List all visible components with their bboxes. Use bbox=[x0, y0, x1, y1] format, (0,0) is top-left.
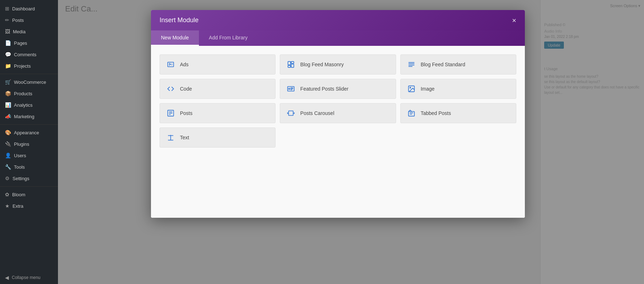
svg-rect-3 bbox=[291, 62, 294, 64]
svg-rect-2 bbox=[288, 62, 291, 65]
sidebar-item-plugins[interactable]: 🔌 Plugins bbox=[0, 138, 58, 150]
posts-icon: ✏ bbox=[5, 17, 9, 23]
module-item-text[interactable]: Text bbox=[160, 127, 275, 148]
posts-carousel-label: Posts Carousel bbox=[300, 110, 334, 116]
products-icon: 📦 bbox=[5, 91, 11, 96]
sidebar-divider-3 bbox=[0, 186, 58, 187]
sidebar-item-users[interactable]: 👤 Users bbox=[0, 150, 58, 161]
text-icon bbox=[166, 134, 175, 141]
module-item-blog-feed-masonry[interactable]: Blog Feed Masonry bbox=[280, 54, 396, 74]
sidebar-collapse[interactable]: ◀ Collapse menu bbox=[0, 271, 58, 284]
main-content: Edit Ca... Screen Options ▾ Published © … bbox=[58, 0, 644, 284]
sidebar-item-projects[interactable]: 📁 Projects bbox=[0, 60, 58, 72]
appearance-icon: 🎨 bbox=[5, 130, 11, 135]
tab-add-from-library[interactable]: Add From Library bbox=[199, 30, 258, 46]
module-item-tabbed-posts[interactable]: Tabbed Posts bbox=[400, 103, 516, 123]
tab-new-module[interactable]: New Module bbox=[151, 30, 199, 46]
comments-icon: 💬 bbox=[5, 52, 11, 57]
featured-posts-slider-icon bbox=[287, 85, 295, 93]
module-item-image[interactable]: Image bbox=[400, 79, 516, 99]
bloom-icon: ✿ bbox=[5, 192, 9, 197]
tools-icon: 🔧 bbox=[5, 164, 11, 170]
image-label: Image bbox=[421, 86, 435, 92]
posts-carousel-icon bbox=[287, 109, 295, 117]
modal-title: Insert Module bbox=[160, 16, 199, 24]
text-label: Text bbox=[180, 135, 189, 140]
sidebar-item-comments[interactable]: 💬 Comments bbox=[0, 49, 58, 60]
blog-feed-masonry-label: Blog Feed Masonry bbox=[300, 62, 343, 67]
sidebar-item-products[interactable]: 📦 Products bbox=[0, 88, 58, 99]
pages-icon: 📄 bbox=[5, 40, 11, 46]
modal-close-button[interactable]: × bbox=[512, 17, 516, 24]
module-grid: Ads Blog Feed Masonry bbox=[160, 54, 516, 148]
sidebar-item-analytics[interactable]: 📊 Analytics bbox=[0, 99, 58, 111]
ads-icon bbox=[166, 61, 175, 68]
tabbed-posts-label: Tabbed Posts bbox=[421, 110, 451, 116]
code-icon bbox=[166, 85, 175, 93]
module-item-blog-feed-standard[interactable]: Blog Feed Standard bbox=[400, 54, 516, 74]
svg-point-11 bbox=[289, 88, 290, 90]
blog-feed-standard-label: Blog Feed Standard bbox=[421, 62, 465, 67]
extra-icon: ★ bbox=[5, 203, 10, 209]
module-item-ads[interactable]: Ads bbox=[160, 54, 275, 74]
svg-rect-1 bbox=[171, 63, 173, 66]
posts-module-label: Posts bbox=[180, 110, 192, 116]
sidebar-item-extra[interactable]: ★ Extra bbox=[0, 200, 58, 212]
dashboard-icon: ⊞ bbox=[5, 6, 9, 11]
sidebar: ⊞ Dashboard ✏ Posts 🖼 Media 📄 Pages 💬 Co… bbox=[0, 0, 58, 284]
tabbed-posts-icon bbox=[407, 109, 416, 117]
sidebar-item-marketing[interactable]: 📣 Marketing bbox=[0, 111, 58, 122]
blog-feed-masonry-icon bbox=[287, 61, 295, 68]
svg-rect-21 bbox=[289, 111, 293, 116]
code-label: Code bbox=[180, 86, 192, 92]
svg-point-16 bbox=[410, 87, 411, 88]
module-item-posts-carousel[interactable]: Posts Carousel bbox=[280, 103, 396, 123]
sidebar-divider-2 bbox=[0, 124, 58, 125]
sidebar-item-woocommerce[interactable]: 🛒 WooCommerce bbox=[0, 76, 58, 88]
svg-rect-24 bbox=[408, 111, 414, 116]
settings-icon: ⚙ bbox=[5, 175, 10, 181]
sidebar-item-dashboard[interactable]: ⊞ Dashboard bbox=[0, 3, 58, 14]
sidebar-item-settings[interactable]: ⚙ Settings bbox=[0, 173, 58, 184]
sidebar-divider-1 bbox=[0, 74, 58, 74]
collapse-icon: ◀ bbox=[5, 275, 9, 280]
media-icon: 🖼 bbox=[5, 29, 10, 34]
posts-module-icon bbox=[166, 109, 175, 117]
module-item-featured-posts-slider[interactable]: Featured Posts Slider bbox=[280, 79, 396, 99]
modal-tabs: New Module Add From Library bbox=[151, 30, 525, 46]
projects-icon: 📁 bbox=[5, 63, 11, 69]
ads-label: Ads bbox=[180, 62, 189, 67]
svg-rect-4 bbox=[288, 66, 291, 68]
blog-feed-standard-icon bbox=[407, 61, 416, 68]
plugins-icon: 🔌 bbox=[5, 141, 11, 147]
sidebar-item-bloom[interactable]: ✿ Bloom bbox=[0, 189, 58, 200]
sidebar-item-pages[interactable]: 📄 Pages bbox=[0, 37, 58, 49]
insert-module-modal: Insert Module × New Module Add From Libr… bbox=[151, 10, 525, 218]
woocommerce-icon: 🛒 bbox=[5, 79, 11, 85]
svg-rect-5 bbox=[291, 64, 294, 67]
sidebar-item-media[interactable]: 🖼 Media bbox=[0, 26, 58, 37]
sidebar-item-posts[interactable]: ✏ Posts bbox=[0, 14, 58, 26]
sidebar-item-appearance[interactable]: 🎨 Appearance bbox=[0, 127, 58, 138]
image-icon bbox=[407, 85, 416, 93]
sidebar-item-tools[interactable]: 🔧 Tools bbox=[0, 161, 58, 173]
marketing-icon: 📣 bbox=[5, 114, 11, 119]
users-icon: 👤 bbox=[5, 153, 11, 158]
modal-body: Ads Blog Feed Masonry bbox=[151, 46, 525, 218]
analytics-icon: 📊 bbox=[5, 102, 11, 108]
module-item-posts[interactable]: Posts bbox=[160, 103, 275, 123]
modal-header: Insert Module × bbox=[151, 10, 525, 30]
module-item-code[interactable]: Code bbox=[160, 79, 275, 99]
featured-posts-slider-label: Featured Posts Slider bbox=[300, 86, 348, 92]
